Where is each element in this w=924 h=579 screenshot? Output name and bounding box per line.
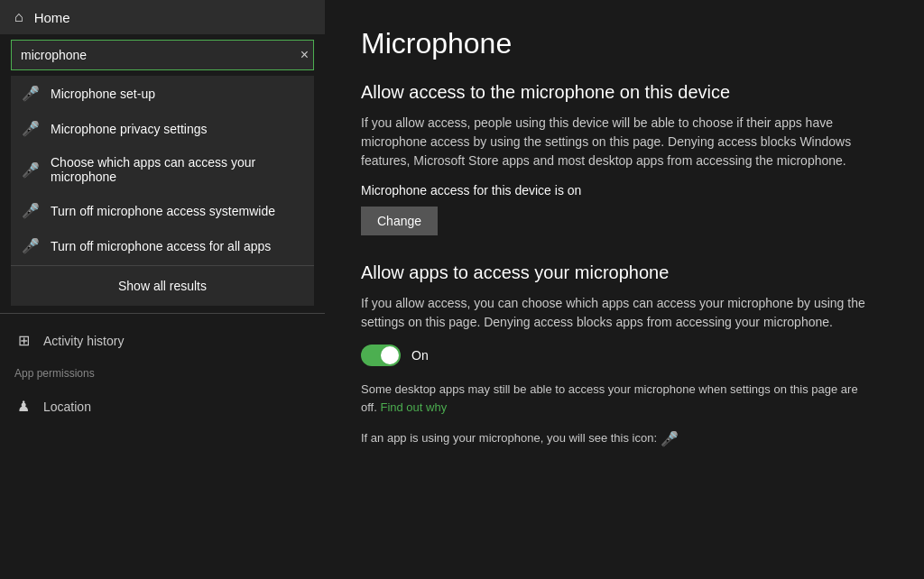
section1-title: Allow access to the microphone on this d… [361, 82, 888, 103]
note1-text: Some desktop apps may still be able to a… [361, 381, 866, 416]
search-input[interactable] [11, 40, 314, 70]
allow-apps-toggle[interactable] [361, 345, 401, 366]
section1-status: Microphone access for this device is on [361, 183, 888, 198]
result-label-microphone-setup: Microphone set-up [51, 87, 155, 101]
page-title: Microphone [361, 27, 888, 60]
sidebar-app-permissions-label: App permissions [0, 360, 325, 387]
location-icon: ♟ [14, 398, 32, 415]
result-label-choose-apps: Choose which apps can access your microp… [51, 155, 303, 184]
result-item-turn-off-all-apps[interactable]: 🎤 Turn off microphone access for all app… [11, 228, 314, 263]
microphone-icon-2: 🎤 [22, 120, 40, 137]
microphone-icon-4: 🎤 [22, 202, 40, 219]
allow-apps-toggle-row: On [361, 345, 888, 366]
search-container: × [0, 34, 325, 76]
search-results-dropdown: 🎤 Microphone set-up 🎤 Microphone privacy… [11, 76, 314, 306]
result-item-choose-apps[interactable]: 🎤 Choose which apps can access your micr… [11, 146, 314, 193]
sidebar-item-location[interactable]: ♟ Location [0, 387, 325, 426]
show-all-results[interactable]: Show all results [11, 265, 314, 306]
section1-body: If you allow access, people using this d… [361, 114, 866, 170]
microphone-icon-3: 🎤 [22, 161, 40, 179]
sidebar: ⌂ Home × 🎤 Microphone set-up 🎤 Microphon… [0, 0, 325, 579]
change-button[interactable]: Change [361, 207, 438, 235]
sidebar-item-activity-history[interactable]: ⊞ Activity history [0, 321, 325, 360]
result-label-turn-off-all-apps: Turn off microphone access for all apps [51, 239, 271, 253]
main-content: Microphone Allow access to the microphon… [325, 0, 924, 579]
toggle-label: On [411, 348, 429, 363]
microphone-inline-icon: 🎤 [661, 431, 679, 446]
toggle-knob [381, 346, 399, 364]
activity-history-icon: ⊞ [14, 332, 32, 349]
section2-body: If you allow access, you can choose whic… [361, 294, 866, 332]
sidebar-home-label: Home [34, 10, 70, 25]
result-item-microphone-privacy[interactable]: 🎤 Microphone privacy settings [11, 111, 314, 146]
sidebar-activity-history-label: Activity history [43, 334, 124, 348]
microphone-icon-1: 🎤 [22, 85, 40, 102]
result-label-microphone-privacy: Microphone privacy settings [51, 122, 208, 136]
search-clear-button[interactable]: × [300, 47, 309, 63]
result-item-microphone-setup[interactable]: 🎤 Microphone set-up [11, 76, 314, 111]
sidebar-location-label: Location [43, 400, 91, 414]
microphone-icon-5: 🎤 [22, 237, 40, 254]
sidebar-divider-1 [0, 313, 325, 314]
find-out-why-link[interactable]: Find out why [380, 400, 447, 414]
home-icon: ⌂ [14, 9, 23, 25]
result-label-turn-off-systemwide: Turn off microphone access systemwide [51, 204, 275, 218]
note2-text: If an app is using your microphone, you … [361, 428, 866, 450]
sidebar-home[interactable]: ⌂ Home [0, 0, 325, 34]
section2-title: Allow apps to access your microphone [361, 262, 888, 283]
result-item-turn-off-systemwide[interactable]: 🎤 Turn off microphone access systemwide [11, 193, 314, 228]
